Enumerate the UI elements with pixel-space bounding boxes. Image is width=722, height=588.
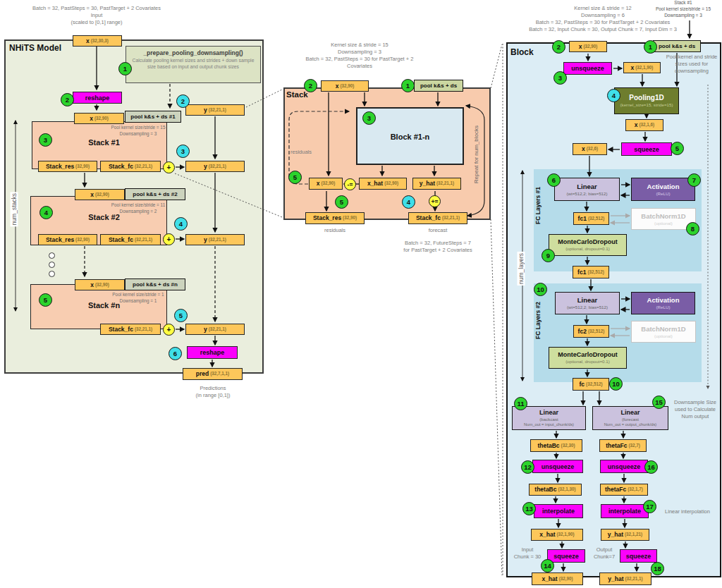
squeeze-label: squeeze	[634, 146, 659, 153]
badge-num: 4	[44, 209, 48, 216]
stack2-res-box: Stack_res(32,90)	[38, 234, 97, 245]
box-label: thetaBc	[537, 443, 559, 449]
prepare-body: Calculate pooling kernel sizes and strid…	[130, 57, 257, 70]
box-label: fc	[579, 381, 585, 388]
box-dims: (32,1,30)	[558, 487, 575, 491]
pool-kds-2-box: pool k&s + ds #2	[125, 188, 185, 200]
box-label: fc2	[578, 329, 587, 335]
module-sub: (forecast	[622, 417, 639, 422]
box-dims: (32,21,1)	[135, 164, 152, 169]
box-label: Stack_fc	[416, 215, 441, 221]
op-symbol: +	[167, 326, 171, 333]
stackn-x-box: x(32,90)	[75, 279, 125, 290]
fc2-box: fc2(32,512)	[573, 325, 609, 338]
linear2-box: Linear(wt=512,2; bias=512)	[555, 292, 620, 314]
pool-label: pool k&s + ds #n	[133, 282, 178, 288]
num-layers-label: num_layers	[518, 252, 525, 286]
activation1-box: Activation(ReLU)	[631, 178, 695, 201]
module-title: Linear	[577, 296, 598, 305]
reshape-out-box: reshape	[187, 346, 238, 359]
box-label: thetaBc	[534, 486, 556, 493]
stack-fc-box: Stack_fc(32,21,1)	[408, 212, 467, 224]
box-dims: (32,21,1)	[135, 238, 152, 242]
y2-box: y(32,21,1)	[185, 234, 245, 245]
fc1-box-a: fc1(32,512)	[573, 212, 609, 225]
badge-num: 6	[173, 350, 177, 357]
box-dims: (32,90)	[95, 192, 109, 197]
stack-res-box: Stack_res(32,90)	[305, 212, 365, 224]
stack-pool-box: pool k&s + ds	[414, 80, 463, 92]
badge-num: 5	[293, 173, 297, 181]
box-label: thetaFc	[606, 443, 627, 449]
box-dims: (32,1,21)	[625, 532, 642, 537]
box-label: x	[317, 180, 320, 187]
xhat-32-1-90-box: x_hat(32,1,90)	[531, 529, 583, 541]
box-label: x	[90, 282, 94, 288]
module-title: Linear	[539, 409, 558, 417]
stack1-ref-note: Stack #1 Pool kernel size/stride = 15 Do…	[645, 0, 721, 18]
linear1-box: Linear(wt=512,2; bias=512)	[554, 178, 620, 201]
box-dims: (32,90)	[94, 116, 109, 121]
squeeze-box-1: squeeze	[621, 142, 672, 156]
box-dims: (32,21,1)	[442, 216, 460, 220]
input-note: Batch = 32, PastSteps = 30, PastTarget +…	[12, 5, 181, 26]
badge-num: 4	[407, 198, 410, 206]
step-badge-green-9: 9	[542, 249, 555, 262]
box-label: Stack_fc	[109, 237, 133, 243]
module-sub: (wt=512,2; bias=512)	[566, 191, 607, 197]
step-badge-green-3: 3	[39, 133, 52, 147]
box-label: x	[90, 116, 93, 122]
box-dims: (32,90)	[75, 164, 90, 169]
box-dims: (32,1,7)	[628, 487, 643, 491]
badge-num: 2	[309, 82, 312, 90]
plus-op-3: +	[163, 324, 175, 336]
module-sub: (optional, dropout=0.1)	[565, 359, 609, 365]
reshape-label: reshape	[200, 349, 225, 356]
yhat-32-1-21-box: y_hat(32,1,21)	[601, 529, 649, 541]
badge-num: 2	[557, 43, 561, 51]
module-sub: (ReLU)	[656, 191, 671, 197]
module-title: BatchNorm1D	[641, 212, 685, 221]
box-dims: (32,90)	[384, 181, 398, 185]
badge-num: 4	[179, 220, 183, 228]
box-dims: (32,90)	[559, 577, 573, 581]
repeat-num-blocks-label: Repeat for num_blocks	[474, 125, 479, 183]
pred-note: Predictions (in range [0,1])	[178, 385, 248, 399]
pool-sizes-note: Pool kernel and stride sizes used for do…	[663, 54, 720, 75]
pool-kds-1-box: pool k&s + ds #1	[125, 111, 181, 123]
interpolate-backcast-box: interpolate	[534, 504, 583, 518]
box-dims: (32,7,1,1)	[210, 372, 229, 376]
badge-num: 14	[544, 562, 551, 570]
badge-num: 3	[558, 74, 562, 82]
box-dims: (32,1,90)	[557, 532, 575, 537]
box-label: Stack_fc	[109, 164, 133, 170]
x-32-1-6-box: x(32,1,6)	[625, 119, 663, 131]
badge-num: 1	[123, 65, 127, 73]
xhat-out-box: x_hat(32,90)	[532, 572, 583, 585]
badge-num: 6	[552, 176, 556, 184]
box-label: Stack_res	[46, 237, 74, 243]
forecast-batch-note: Batch = 32, FutureSteps = 7 for PastTarg…	[381, 240, 495, 254]
box-dims: (32,90)	[340, 84, 354, 88]
block-title: Block	[510, 47, 534, 57]
unsqueeze-label: unsqueeze	[542, 463, 575, 470]
stack2-fc-box: Stack_fc(32,21,1)	[100, 234, 161, 245]
box-label: x_hat	[367, 180, 383, 187]
downsample-note: Downsample Size used to Calculate Num ou…	[670, 399, 721, 420]
forecast-label: forecast	[410, 227, 466, 234]
module-title: Linear	[620, 409, 640, 417]
step-badge-cyan-4: 4	[607, 89, 620, 102]
module-title: BatchNorm1D	[641, 325, 685, 333]
pool1-note: Pool kernel size/stride = 15 Downsamplin…	[103, 125, 173, 137]
step-badge-green-16: 16	[644, 460, 658, 474]
interpolate-label: interpolate	[542, 508, 575, 515]
badge-num: 3	[181, 147, 185, 155]
step-badge-green-3: 3	[553, 71, 567, 85]
step-badge-green-18: 18	[651, 562, 664, 575]
box-label: y_hat	[608, 532, 623, 538]
box-dims: (32,1,90)	[635, 66, 653, 70]
box-label: y_hat	[420, 180, 435, 187]
pooling1d-box: Pooling1D(kernel_size=15, stride=15)	[614, 87, 679, 114]
box-label: x_hat	[539, 532, 555, 538]
pool-label: pool k&s + ds	[420, 83, 457, 89]
